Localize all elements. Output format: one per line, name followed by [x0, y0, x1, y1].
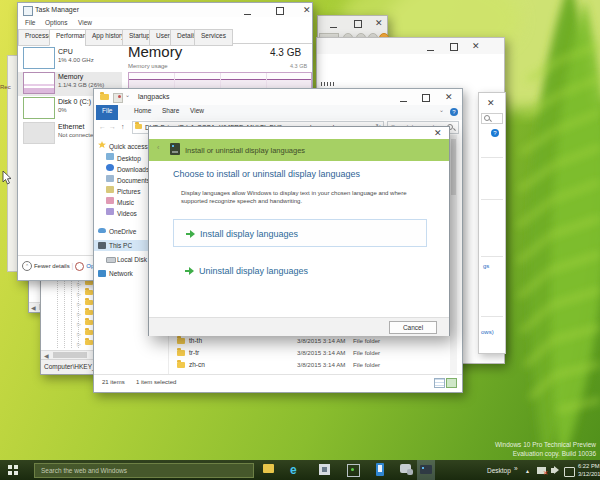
tree-expander-icon[interactable]: ▷ [77, 311, 81, 317]
task-manager-tabs: Processes Performance App history Startu… [18, 29, 312, 44]
ribbon-tab-file[interactable]: File [96, 105, 118, 120]
cancel-button[interactable]: Cancel [389, 321, 437, 334]
qat-chevron-down-icon[interactable]: ⌄ [125, 91, 130, 98]
task-manager-titlebar[interactable]: Task Manager ✕ [18, 3, 312, 17]
registry-key-folder-icon[interactable] [85, 310, 93, 315]
details-view-toggle-icon[interactable] [434, 378, 445, 388]
messaging-app-icon[interactable] [400, 464, 411, 473]
window-a-titlebar[interactable]: ✕ [318, 16, 387, 30]
perf-sidebar-cpu[interactable]: CPU 1% 4.00 GHz [18, 47, 122, 71]
scroll-left-arrow-icon[interactable]: ◀ [44, 352, 49, 359]
menu-file[interactable]: File [25, 19, 35, 26]
desktop-fragment-label: Rec [0, 84, 11, 90]
explorer-titlebar[interactable]: ⌄ langpacks ✕ [94, 89, 462, 105]
registry-key-folder-icon[interactable] [85, 290, 93, 295]
search-field-fragment[interactable] [481, 113, 503, 124]
quick-access-toolbar-icon[interactable] [100, 94, 109, 100]
documents-icon [106, 175, 114, 182]
scroll-thumb[interactable] [53, 352, 87, 358]
help-icon[interactable]: ? [450, 108, 458, 116]
build-watermark: Windows 10 Pro Technical Preview Evaluat… [495, 440, 596, 458]
menu-view[interactable]: View [78, 19, 92, 26]
divider [481, 157, 503, 158]
registry-key-folder-icon[interactable] [85, 320, 93, 325]
active-app-language-installer[interactable] [417, 460, 435, 480]
downloads-icon [106, 164, 114, 171]
file-row-tr-tr[interactable]: tr-tr 3/8/2015 3:14 AM File folder [169, 347, 449, 359]
tab-services[interactable]: Services [194, 29, 233, 46]
maximize-icon[interactable] [276, 7, 284, 15]
minimize-icon[interactable] [400, 97, 407, 104]
close-icon[interactable]: ✕ [303, 6, 311, 14]
phone-companion-icon[interactable] [376, 463, 384, 476]
file-explorer-taskbar-icon[interactable] [263, 464, 274, 473]
close-icon[interactable]: ✕ [472, 42, 480, 50]
ribbon-collapse-chevron-icon[interactable]: ⌄ [439, 106, 444, 113]
explorer-ribbon: File Home Share View ⌄ ? [94, 105, 462, 121]
tray-chevrons[interactable]: » [514, 465, 518, 472]
registry-key-folder-icon[interactable] [85, 330, 93, 335]
file-list-vscrollbar[interactable] [450, 135, 457, 374]
close-icon[interactable]: ✕ [445, 93, 453, 101]
file-row-th-th[interactable]: th-th 3/8/2015 3:14 AM File folder [169, 335, 449, 347]
close-icon[interactable]: ✕ [375, 19, 383, 27]
app-icon-wireframe[interactable] [347, 464, 360, 477]
menu-options[interactable]: Options [45, 19, 67, 26]
icons-view-toggle-icon[interactable] [446, 378, 457, 388]
up-icon[interactable]: ↑ [121, 123, 125, 130]
ribbon-tab-share[interactable]: Share [156, 105, 185, 120]
taskbar-search-box[interactable]: Search the web and Windows [34, 463, 254, 478]
tray-clock[interactable]: 6:22 PM 3/12/2015 [578, 462, 598, 478]
tree-expander-icon[interactable]: ▷ [77, 301, 81, 307]
task-manager-app-icon [23, 6, 33, 16]
memory-graph-thumbnail [23, 72, 55, 94]
dialog-titlebar[interactable]: ✕ [149, 127, 449, 139]
close-icon[interactable]: ✕ [434, 129, 442, 137]
maximize-icon[interactable] [422, 94, 430, 102]
truncated-link[interactable]: ows) [481, 329, 494, 335]
status-selected-count: 1 item selected [136, 379, 176, 385]
clock-time: 6:22 PM [578, 462, 598, 470]
dialog-body-text: Display languages allow Windows to displ… [181, 189, 429, 205]
truncated-link[interactable]: gs [483, 263, 489, 269]
file-row-zh-cn[interactable]: zh-cn 3/8/2015 3:14 AM File folder [169, 359, 449, 371]
tray-desktop-label[interactable]: Desktop [487, 467, 511, 474]
green-arrow-icon [185, 267, 194, 274]
ethernet-detail: Not connected [58, 132, 97, 138]
banner-back-chevron-icon[interactable]: ‹ [157, 144, 159, 151]
ribbon-tab-view[interactable]: View [184, 105, 210, 120]
window-b-titlebar[interactable]: ✕ [317, 38, 504, 54]
status-item-count: 21 items [102, 379, 125, 385]
edge-browser-icon[interactable]: e [290, 464, 302, 476]
network-status-icon[interactable]: ✕ [537, 467, 546, 474]
uninstall-languages-option[interactable]: Uninstall display languages [173, 257, 425, 283]
minimize-icon[interactable] [244, 10, 251, 17]
tray-show-hidden-icons[interactable]: ▴ [526, 467, 529, 474]
photos-app-icon[interactable] [319, 464, 330, 475]
videos-icon [106, 208, 114, 215]
forward-icon[interactable]: → [109, 123, 116, 130]
scroll-left-arrow-icon[interactable]: ◀ [31, 304, 36, 311]
help-icon[interactable]: ? [491, 129, 499, 137]
maximize-icon[interactable] [450, 43, 458, 51]
this-pc-icon [98, 242, 106, 249]
registry-key-folder-icon[interactable] [85, 340, 93, 345]
onedrive-cloud-icon [98, 228, 106, 233]
qat-properties-icon[interactable] [113, 93, 123, 103]
minimize-icon[interactable] [427, 46, 434, 53]
maximize-icon[interactable] [354, 20, 362, 28]
install-languages-option[interactable]: Install display languages [173, 219, 427, 247]
tree-expander-icon[interactable]: ▷ [77, 281, 81, 287]
action-center-icon[interactable] [564, 467, 575, 477]
tree-expander-icon[interactable]: ▷ [77, 321, 81, 327]
ribbon-tab-home[interactable]: Home [128, 105, 157, 120]
tree-expander-icon[interactable]: ▷ [77, 331, 81, 337]
back-icon[interactable]: ← [99, 123, 106, 130]
close-icon[interactable]: ✕ [487, 99, 495, 107]
volume-icon[interactable] [551, 468, 555, 473]
tree-expander-icon[interactable]: ▷ [77, 341, 81, 347]
registry-key-folder-icon[interactable] [85, 300, 93, 305]
tree-expander-icon[interactable]: ▷ [77, 291, 81, 297]
start-button[interactable] [8, 465, 18, 475]
minimize-icon[interactable] [330, 23, 337, 30]
